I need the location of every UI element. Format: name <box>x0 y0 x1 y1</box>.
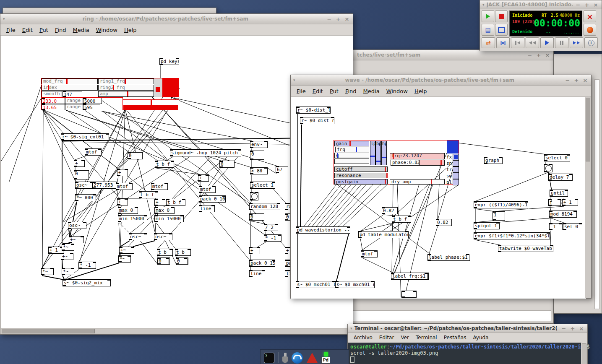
minimize-button[interactable]: − <box>575 2 581 8</box>
pd-hslider-phase:0.82[interactable]: phase:0.82 <box>391 160 419 166</box>
jack-quit-button[interactable]: × <box>584 10 596 22</box>
wave-vscrollbar[interactable] <box>585 97 591 298</box>
pd-object-t-b-f[interactable]: t b f <box>392 216 411 223</box>
ring-hscrollbar[interactable] <box>1 328 352 334</box>
jack-session-button[interactable] <box>495 24 508 36</box>
pd-object-pd-table-modulators[interactable]: pd table modulators <box>358 231 409 238</box>
pd-hslider-blank[interactable] <box>334 159 369 164</box>
menu-item-file[interactable]: File <box>3 26 19 34</box>
pd-object-mod-8194[interactable]: mod 8194 <box>549 211 577 218</box>
pd-object-expr-f1-4096-1[interactable]: expr (($f1)/4096)-1 <box>474 201 528 208</box>
window-menu-icon[interactable]: ▾ <box>350 326 352 330</box>
menu-item-pestañas[interactable]: Pestañas <box>440 334 470 341</box>
pd-message-box-label-frq-1[interactable]: label frq:$1 <box>391 273 429 280</box>
menu-item-ver[interactable]: Ver <box>397 334 412 341</box>
scrollbar-thumb[interactable] <box>2 329 95 333</box>
terminal-scrollbar[interactable] <box>581 343 587 364</box>
menu-item-help[interactable]: Help <box>411 87 430 95</box>
pd-object-env-[interactable]: env~ <box>250 141 268 148</box>
maximize-button[interactable]: + <box>584 2 590 8</box>
menu-item-edit[interactable]: Edit <box>19 26 36 34</box>
menu-item-media[interactable]: Media <box>70 26 93 34</box>
pd-bang[interactable] <box>544 164 552 172</box>
scrollbar-thumb[interactable] <box>586 98 590 161</box>
close-button[interactable]: × <box>582 77 589 83</box>
pd-object-osc-[interactable]: osc~ <box>75 182 94 189</box>
pd-object--[interactable]: +~ <box>119 247 134 254</box>
close-button[interactable]: × <box>344 16 350 22</box>
pd-object--1[interactable]: + 1 <box>562 199 578 206</box>
pd-radio-cell-pl[interactable] <box>453 179 459 185</box>
pd-hslider-postgain[interactable]: postgain <box>334 179 388 185</box>
wave-patch-canvas[interactable]: gainfrqqcutoffresonancepostgainfrq:23.12… <box>291 97 586 299</box>
pd-object--[interactable]: + <box>117 169 128 176</box>
qjackctl-icon[interactable] <box>292 352 303 364</box>
maximize-button[interactable]: + <box>573 77 580 83</box>
pd-object-mtof[interactable]: mtof <box>85 148 102 156</box>
pd-bang[interactable] <box>250 192 258 200</box>
pd-hslider-frq[interactable]: frq <box>335 147 369 152</box>
pd-hslider-resonance[interactable]: resonance <box>334 173 388 178</box>
pd-object-f[interactable]: f <box>548 199 561 206</box>
pd-object-osc-[interactable]: osc~ <box>154 233 172 240</box>
pd-number-box-0[interactable]: 0 <box>219 161 235 168</box>
pd-object--[interactable]: *~ <box>62 244 74 251</box>
pd-object-min-15000[interactable]: min 15000 <box>154 215 184 222</box>
transport-rewind-button[interactable] <box>526 37 539 48</box>
pd-object-mtof[interactable]: mtof <box>116 183 133 190</box>
pd-object--[interactable]: *~ <box>118 255 131 263</box>
pd-number-box-0-82[interactable]: 0.82 <box>382 207 398 214</box>
menu-item-edit[interactable]: Edit <box>309 87 326 95</box>
pd-number-box[interactable]: 233.0 <box>42 98 65 104</box>
pd-object--1[interactable]: * -1 <box>264 234 281 242</box>
pd-object-pack-0-100[interactable]: pack 0 100 <box>199 195 226 203</box>
pd-object-mtof[interactable]: mtof <box>361 250 378 257</box>
pd-radio-cell-tr[interactable] <box>453 166 459 173</box>
menu-item-archivo[interactable]: Archivo <box>350 334 376 341</box>
pd-number-box-0[interactable]: 0 <box>250 151 264 160</box>
pd-object-pd-wavedistorion-[interactable]: pd wavedistorion ---- <box>296 226 350 234</box>
pd-object--[interactable]: + <box>117 198 128 205</box>
pd-object--[interactable]: + <box>154 199 165 206</box>
pd-object-line[interactable]: line <box>199 205 215 212</box>
window-menu-icon[interactable]: ▾ <box>3 17 5 21</box>
pd-hslider-gain[interactable]: gain <box>334 141 369 146</box>
pd-object-mtof[interactable]: mtof <box>199 186 216 193</box>
pd-object-sel-0[interactable]: sel 0 <box>563 223 582 230</box>
transport-play-button[interactable] <box>540 37 554 48</box>
minimize-button[interactable]: − <box>326 16 333 22</box>
pd-object--2[interactable]: / 2 <box>264 224 278 231</box>
scrollbar-thumb[interactable] <box>582 343 586 364</box>
pd-object-pd-keys[interactable]: pd keys <box>159 58 179 65</box>
pd-object-min-15000[interactable]: min 15000 <box>118 215 147 222</box>
jack-about-button[interactable] <box>584 24 596 36</box>
pd-object--[interactable]: *~ <box>62 268 74 275</box>
pd-object--1[interactable]: -1 <box>549 223 563 230</box>
minimize-button[interactable]: − <box>526 52 533 58</box>
pd-object-t-b-f[interactable]: t b f <box>166 199 185 206</box>
pd-object--800[interactable]: *~ 800 <box>75 194 96 201</box>
pd-vslider-lp[interactable]: lp <box>370 141 375 165</box>
pd-object--1[interactable]: * -1 <box>78 262 96 269</box>
pd-object-delay-7[interactable]: delay 7 <box>548 174 573 181</box>
maximize-button[interactable]: + <box>569 325 576 332</box>
menu-item-window[interactable]: Window <box>383 87 411 95</box>
red-triangle-app-icon[interactable] <box>307 353 318 363</box>
menu-item-find[interactable]: Find <box>342 87 360 95</box>
menu-item-media[interactable]: Media <box>360 87 383 95</box>
pd-number-box-0[interactable]: 0 <box>249 213 264 221</box>
pd-number-box[interactable]: 147 <box>63 91 82 97</box>
pd-number-box-0[interactable]: 0 <box>128 152 143 159</box>
pd-object--[interactable]: + <box>249 247 260 254</box>
pd-object-r-0-dist-l[interactable]: r~ $0-dist_l <box>296 107 331 114</box>
pd-object--[interactable]: +~ <box>69 236 84 243</box>
pd-object-mtof[interactable]: mtof <box>151 183 168 190</box>
pd-object-t-b-f[interactable]: t b f <box>139 191 158 198</box>
pd-object-random-128[interactable]: random 128 <box>249 203 280 210</box>
pd-radio-cell-sw[interactable] <box>453 173 459 179</box>
minimize-button[interactable]: − <box>564 77 571 83</box>
jack-connections-button[interactable]: ⇄ <box>482 37 495 48</box>
pd-object-t-b-f[interactable]: t b f <box>155 161 174 168</box>
terminal-output[interactable]: oscar@taller:~/Pd/patches/os-patches/tal… <box>348 343 581 364</box>
menu-item-find[interactable]: Find <box>52 26 70 34</box>
